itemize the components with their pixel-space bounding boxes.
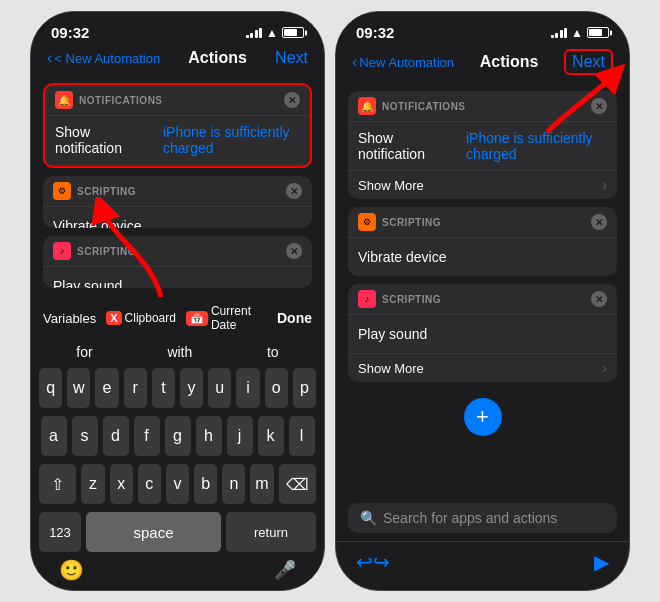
search-icon-2: 🔍	[360, 510, 377, 526]
scripting-card-4[interactable]: ♪ SCRIPTING ✕ Play sound Show More ›	[348, 284, 617, 382]
key-w[interactable]: w	[67, 368, 90, 408]
key-m[interactable]: m	[250, 464, 273, 504]
bottom-bar-1: 🙂 🎤	[39, 552, 316, 586]
wifi-icon-1: ▲	[266, 26, 278, 40]
card-close-1[interactable]: ✕	[284, 92, 300, 108]
done-button-1[interactable]: Done	[277, 310, 312, 326]
key-f[interactable]: f	[134, 416, 160, 456]
search-placeholder-2: Search for apps and actions	[383, 510, 557, 526]
battery-icon-2	[587, 27, 609, 38]
key-k[interactable]: k	[258, 416, 284, 456]
key-numbers[interactable]: 123	[39, 512, 81, 552]
status-bar-2: 09:32 ▲	[336, 12, 629, 45]
key-i[interactable]: i	[236, 368, 259, 408]
quick-bar-1: Variables X Clipboard 📅 Current Date Don…	[39, 300, 316, 336]
key-a[interactable]: a	[41, 416, 67, 456]
card-close-s2[interactable]: ✕	[286, 243, 302, 259]
key-e[interactable]: e	[95, 368, 118, 408]
keyboard-area-1: Variables X Clipboard 📅 Current Date Don…	[31, 296, 324, 590]
key-t[interactable]: t	[152, 368, 175, 408]
key-q[interactable]: q	[39, 368, 62, 408]
key-z[interactable]: z	[81, 464, 104, 504]
show-more-2[interactable]: Show More ›	[348, 170, 617, 199]
music-icon-1: ♪	[53, 242, 71, 260]
key-h[interactable]: h	[196, 416, 222, 456]
keyboard-1: q w e r t y u i o p a s d f g h	[39, 368, 316, 552]
key-backspace[interactable]: ⌫	[279, 464, 316, 504]
script-icon-2: ⚙	[358, 213, 376, 231]
next-button-1[interactable]: Next	[275, 49, 308, 67]
nav-title-2: Actions	[480, 53, 539, 71]
back-button-1[interactable]: ‹ < New Automation	[47, 49, 160, 67]
redo-button[interactable]: ↪	[373, 550, 390, 574]
scripting-card-2[interactable]: ♪ SCRIPTING ✕ Play sound	[43, 236, 312, 288]
key-g[interactable]: g	[165, 416, 191, 456]
status-bar-1: 09:32 ▲	[31, 12, 324, 45]
script-icon-1: ⚙	[53, 182, 71, 200]
notification-icon-2: 🔔	[358, 97, 376, 115]
content-2: 🔔 NOTIFICATIONS ✕ Show notification iPho…	[336, 83, 629, 503]
back-button-2[interactable]: ‹ New Automation	[352, 53, 454, 71]
notification-card-1[interactable]: 🔔 NOTIFICATIONS ✕ Show notification iPho…	[43, 83, 312, 168]
card-close-s1[interactable]: ✕	[286, 183, 302, 199]
key-x[interactable]: x	[110, 464, 133, 504]
phones-container: 09:32 ▲ ‹ < New Automation Actions	[30, 11, 630, 591]
key-shift[interactable]: ⇧	[39, 464, 76, 504]
status-icons-2: ▲	[551, 26, 609, 40]
key-r[interactable]: r	[124, 368, 147, 408]
content-1: 🔔 NOTIFICATIONS ✕ Show notification iPho…	[31, 75, 324, 296]
status-time-2: 09:32	[356, 24, 394, 41]
status-time-1: 09:32	[51, 24, 89, 41]
key-v[interactable]: v	[166, 464, 189, 504]
suggestions-1: for with to	[39, 340, 316, 364]
scripting-card-1[interactable]: ⚙ SCRIPTING ✕ Vibrate device	[43, 176, 312, 228]
notification-icon-1: 🔔	[55, 91, 73, 109]
phone-1: 09:32 ▲ ‹ < New Automation Actions	[30, 11, 325, 591]
key-d[interactable]: d	[103, 416, 129, 456]
bottom-toolbar-2: ↩ ↪ ▶	[336, 541, 629, 590]
key-o[interactable]: o	[265, 368, 288, 408]
key-p[interactable]: p	[293, 368, 316, 408]
key-n[interactable]: n	[222, 464, 245, 504]
emoji-icon-1[interactable]: 🙂	[59, 558, 84, 582]
next-button-2[interactable]: Next	[564, 49, 613, 75]
key-u[interactable]: u	[208, 368, 231, 408]
scripting-card-3[interactable]: ⚙ SCRIPTING ✕ Vibrate device	[348, 207, 617, 276]
key-c[interactable]: c	[138, 464, 161, 504]
nav-bar-2: ‹ New Automation Actions Next	[336, 45, 629, 83]
key-y[interactable]: y	[180, 368, 203, 408]
battery-icon-1	[282, 27, 304, 38]
show-more-1[interactable]: Show More ›	[45, 164, 310, 168]
key-l[interactable]: l	[289, 416, 315, 456]
search-bar-2[interactable]: 🔍 Search for apps and actions	[348, 503, 617, 533]
key-s[interactable]: s	[72, 416, 98, 456]
signal-icon-2	[551, 28, 568, 38]
undo-button[interactable]: ↩	[356, 550, 373, 574]
play-button[interactable]: ▶	[594, 550, 609, 574]
card-close-n2[interactable]: ✕	[591, 98, 607, 114]
nav-bar-1: ‹ < New Automation Actions Next	[31, 45, 324, 75]
music-icon-2: ♪	[358, 290, 376, 308]
key-space[interactable]: space	[86, 512, 221, 552]
show-more-3[interactable]: Show More ›	[348, 353, 617, 382]
key-b[interactable]: b	[194, 464, 217, 504]
key-j[interactable]: j	[227, 416, 253, 456]
card-close-s4[interactable]: ✕	[591, 291, 607, 307]
add-action-button[interactable]: +	[464, 398, 502, 436]
phone-2: 09:32 ▲ ‹ New Automation Actions	[335, 11, 630, 591]
mic-icon-1[interactable]: 🎤	[274, 559, 296, 581]
notification-card-2[interactable]: 🔔 NOTIFICATIONS ✕ Show notification iPho…	[348, 91, 617, 199]
nav-title-1: Actions	[188, 49, 247, 67]
signal-icon-1	[246, 28, 263, 38]
wifi-icon-2: ▲	[571, 26, 583, 40]
key-return[interactable]: return	[226, 512, 316, 552]
card-close-s3[interactable]: ✕	[591, 214, 607, 230]
status-icons-1: ▲	[246, 26, 304, 40]
